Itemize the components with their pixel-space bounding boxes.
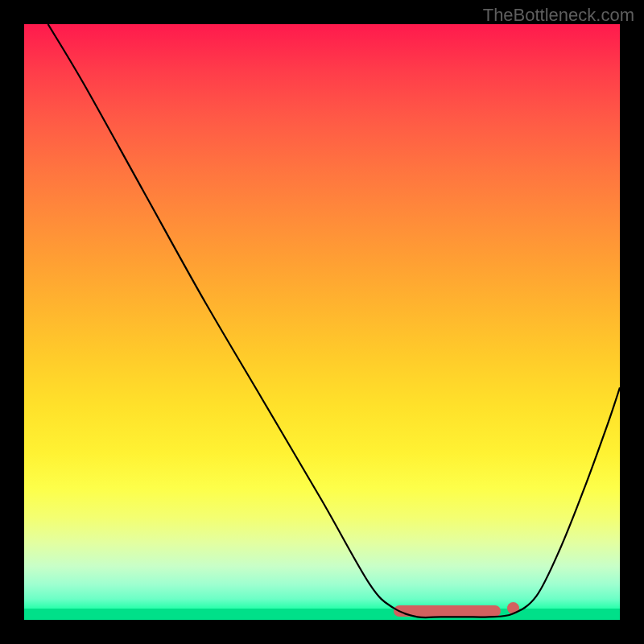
bottleneck-curve	[24, 24, 620, 620]
watermark-text: TheBottleneck.com	[483, 5, 634, 26]
plot-area	[24, 24, 620, 620]
